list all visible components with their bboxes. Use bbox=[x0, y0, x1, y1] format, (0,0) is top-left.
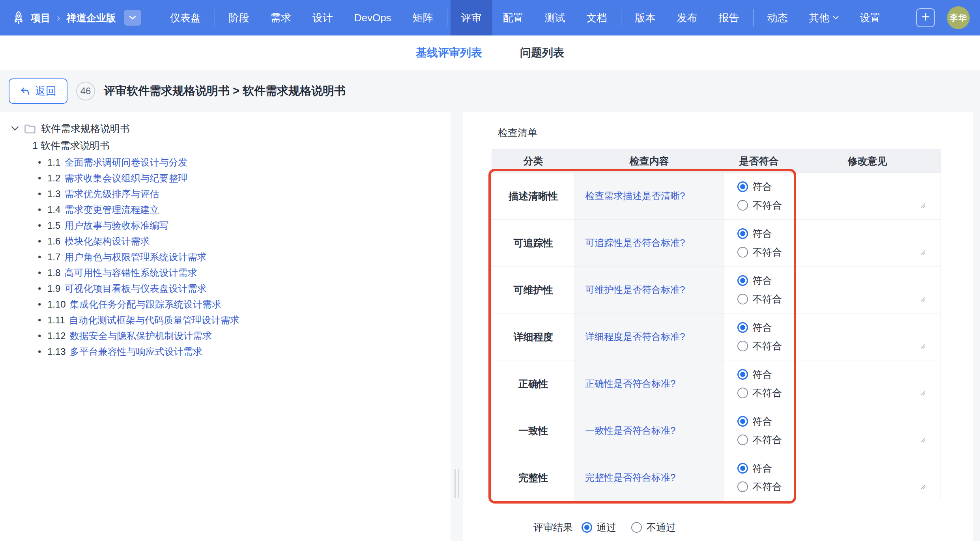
radio-option-不符合-row1[interactable]: 不符合 bbox=[737, 199, 794, 212]
nav-item-文档[interactable]: 文档 bbox=[576, 0, 618, 35]
tree-item-link[interactable]: 多平台兼容性与响应式设计需求 bbox=[70, 345, 202, 358]
radio-option-不符合-row7[interactable]: 不符合 bbox=[737, 480, 794, 493]
radio-selected-icon[interactable] bbox=[737, 228, 748, 239]
cell-edit-opinion[interactable] bbox=[794, 219, 941, 266]
add-button[interactable]: + bbox=[916, 8, 935, 27]
tree-item-link[interactable]: 模块化架构设计需求 bbox=[64, 235, 150, 248]
radio-option-符合-row2[interactable]: 符合 bbox=[737, 227, 794, 240]
radio-selected-icon[interactable] bbox=[737, 181, 748, 192]
radio-selected-icon[interactable] bbox=[737, 275, 748, 286]
radio-unselected-icon[interactable] bbox=[737, 388, 748, 398]
cell-edit-opinion[interactable] bbox=[794, 454, 941, 501]
radio-option-不通过[interactable]: 不通过 bbox=[631, 521, 676, 534]
nav-item-版本[interactable]: 版本 bbox=[625, 0, 666, 35]
tree-item-link[interactable]: 用户角色与权限管理系统设计需求 bbox=[64, 251, 206, 263]
tree-item-link[interactable]: 可视化项目看板与仪表盘设计需求 bbox=[64, 282, 206, 295]
nav-item-发布[interactable]: 发布 bbox=[666, 0, 708, 35]
tab-issue-list[interactable]: 问题列表 bbox=[520, 45, 564, 60]
back-button[interactable]: 返回 bbox=[9, 78, 67, 104]
resize-grip[interactable] bbox=[920, 390, 926, 397]
tree-section-label[interactable]: 1 软件需求说明书 bbox=[32, 137, 451, 154]
radio-option-不符合-row5[interactable]: 不符合 bbox=[737, 386, 794, 399]
user-avatar[interactable]: 李华 bbox=[947, 6, 970, 29]
nav-item-评审[interactable]: 评审 bbox=[451, 0, 492, 35]
nav-item-配置[interactable]: 配置 bbox=[492, 0, 534, 35]
radio-option-不符合-row6[interactable]: 不符合 bbox=[737, 433, 794, 446]
check-content-link[interactable]: 正确性是否符合标准? bbox=[585, 377, 675, 390]
radio-unselected-icon[interactable] bbox=[737, 247, 748, 257]
radio-selected-icon[interactable] bbox=[737, 322, 748, 333]
nav-item-设计[interactable]: 设计 bbox=[302, 0, 344, 35]
radio-option-通过[interactable]: 通过 bbox=[582, 521, 616, 534]
nav-item-仪表盘[interactable]: 仪表盘 bbox=[159, 0, 211, 35]
radio-selected-icon[interactable] bbox=[737, 416, 748, 427]
check-content-link[interactable]: 可追踪性是否符合标准? bbox=[585, 237, 685, 249]
rocket-logo-icon[interactable] bbox=[12, 10, 25, 25]
nav-item-动态[interactable]: 动态 bbox=[757, 0, 799, 35]
radio-option-符合-row4[interactable]: 符合 bbox=[737, 321, 794, 334]
nav-item-矩阵[interactable]: 矩阵 bbox=[402, 0, 444, 35]
radio-option-不符合-row3[interactable]: 不符合 bbox=[737, 293, 794, 306]
splitter-handle-icon[interactable] bbox=[454, 469, 459, 498]
radio-option-符合-row6[interactable]: 符合 bbox=[737, 415, 794, 428]
tree-item-link[interactable]: 全面需求调研问卷设计与分发 bbox=[64, 156, 187, 169]
radio-option-符合-row1[interactable]: 符合 bbox=[737, 180, 794, 193]
check-content-link[interactable]: 完整性是否符合标准? bbox=[585, 471, 675, 484]
radio-selected-icon[interactable] bbox=[737, 369, 748, 380]
vertical-scrollbar[interactable] bbox=[973, 112, 980, 541]
nav-item-阶段[interactable]: 阶段 bbox=[218, 0, 260, 35]
radio-option-符合-row7[interactable]: 符合 bbox=[737, 462, 794, 475]
radio-option-不符合-row4[interactable]: 不符合 bbox=[737, 340, 794, 353]
resize-grip[interactable] bbox=[920, 203, 926, 210]
tree-item-link[interactable]: 需求变更管理流程建立 bbox=[64, 203, 159, 216]
column-header-1: 分类 bbox=[492, 149, 575, 172]
nav-item-其他[interactable]: 其他 bbox=[799, 0, 849, 35]
tree-item-link[interactable]: 需求优先级排序与评估 bbox=[64, 188, 159, 200]
resize-grip[interactable] bbox=[920, 343, 926, 351]
tree-item-link[interactable]: 需求收集会议组织与纪要整理 bbox=[64, 172, 187, 185]
resize-grip[interactable] bbox=[920, 484, 926, 491]
tree-item-link[interactable]: 数据安全与隐私保护机制设计需求 bbox=[70, 330, 212, 342]
cell-edit-opinion[interactable] bbox=[794, 266, 941, 313]
radio-option-符合-row5[interactable]: 符合 bbox=[737, 368, 794, 381]
resize-grip[interactable] bbox=[920, 250, 926, 257]
tree-item-link[interactable]: 高可用性与容错性系统设计需求 bbox=[64, 267, 197, 279]
nav-group-divider bbox=[621, 9, 621, 26]
product-dropdown-button[interactable] bbox=[124, 10, 141, 26]
tree-item-link[interactable]: 集成化任务分配与跟踪系统设计需求 bbox=[70, 298, 221, 311]
radio-unselected-icon[interactable] bbox=[631, 522, 642, 533]
nav-item-需求[interactable]: 需求 bbox=[260, 0, 302, 35]
radio-selected-icon[interactable] bbox=[582, 522, 592, 533]
radio-option-不符合-row2[interactable]: 不符合 bbox=[737, 246, 794, 259]
radio-unselected-icon[interactable] bbox=[737, 200, 748, 211]
nav-item-测试[interactable]: 测试 bbox=[534, 0, 576, 35]
resize-grip[interactable] bbox=[920, 437, 926, 444]
radio-unselected-icon[interactable] bbox=[737, 294, 748, 304]
radio-selected-icon[interactable] bbox=[737, 463, 748, 474]
cell-edit-opinion[interactable] bbox=[794, 360, 941, 407]
check-content-link[interactable]: 可维护性是否符合标准? bbox=[585, 284, 685, 296]
breadcrumb-product[interactable]: 禅道企业版 bbox=[67, 11, 116, 24]
tree-item-link[interactable]: 自动化测试框架与代码质量管理设计需求 bbox=[69, 314, 239, 326]
tree-item-link[interactable]: 用户故事与验收标准编写 bbox=[64, 219, 168, 232]
radio-unselected-icon[interactable] bbox=[737, 435, 748, 445]
panel-splitter[interactable] bbox=[451, 112, 463, 541]
radio-unselected-icon[interactable] bbox=[737, 341, 748, 351]
nav-item-DevOps[interactable]: DevOps bbox=[344, 0, 402, 35]
check-content-link[interactable]: 检查需求描述是否清晰? bbox=[585, 190, 685, 202]
nav-item-报告[interactable]: 报告 bbox=[708, 0, 750, 35]
cell-edit-opinion[interactable] bbox=[794, 172, 941, 219]
check-content-link[interactable]: 详细程度是否符合标准? bbox=[585, 330, 685, 343]
cell-edit-opinion[interactable] bbox=[794, 407, 941, 454]
radio-unselected-icon[interactable] bbox=[737, 481, 748, 492]
breadcrumb-project[interactable]: 项目 bbox=[31, 11, 50, 24]
textarea-resize-grip-icon bbox=[920, 203, 926, 208]
navbar-right: + 李华 bbox=[916, 0, 970, 35]
tree-root-node[interactable]: 软件需求规格说明书 bbox=[0, 120, 451, 137]
cell-edit-opinion[interactable] bbox=[794, 313, 941, 360]
check-content-link[interactable]: 一致性是否符合标准? bbox=[585, 424, 675, 437]
resize-grip[interactable] bbox=[920, 297, 926, 304]
radio-option-符合-row3[interactable]: 符合 bbox=[737, 274, 794, 287]
tab-baseline-review-list[interactable]: 基线评审列表 bbox=[416, 45, 482, 60]
nav-item-设置[interactable]: 设置 bbox=[849, 0, 891, 35]
